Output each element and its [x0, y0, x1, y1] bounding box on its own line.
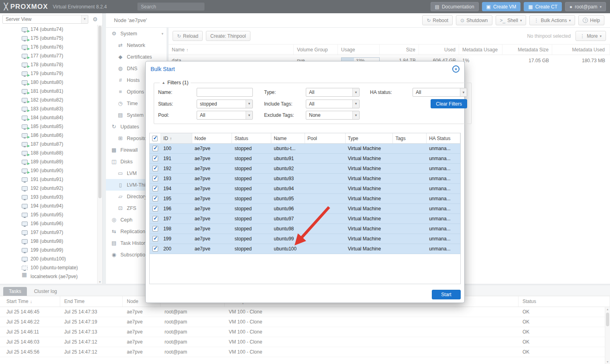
row-checkbox[interactable]: [152, 226, 158, 232]
column-header-name[interactable]: Name: [271, 133, 305, 143]
row-checkbox[interactable]: [152, 186, 158, 191]
chevron-down-icon: ▼: [460, 88, 467, 96]
exclude-tags-filter-label: Exclude Tags:: [264, 112, 306, 118]
column-header-id[interactable]: ID↑: [161, 133, 192, 143]
chevron-down-icon: ▼: [246, 111, 252, 119]
select-all-checkbox-cell[interactable]: [150, 133, 161, 143]
vm-row[interactable]: 193 ae7pve stopped ubuntu93 Virtual Mach…: [150, 174, 460, 184]
vm-row[interactable]: 100 ae7pve stopped ubuntu-t... Virtual M…: [150, 144, 460, 154]
chevron-down-icon: ▼: [352, 88, 359, 96]
ha-status-filter-label: HA status:: [370, 89, 413, 95]
vm-row[interactable]: 192 ae7pve stopped ubuntu92 Virtual Mach…: [150, 164, 460, 174]
type-filter-label: Type:: [264, 89, 306, 95]
row-checkbox[interactable]: [152, 246, 158, 252]
vm-row[interactable]: 194 ae7pve stopped ubuntu94 Virtual Mach…: [150, 184, 460, 194]
name-filter-label: Name:: [158, 89, 197, 95]
row-checkbox[interactable]: [152, 206, 158, 211]
close-icon[interactable]: ×: [452, 65, 460, 73]
chevron-down-icon: ▼: [246, 100, 252, 108]
ha-status-filter-select[interactable]: All▼: [413, 88, 467, 97]
pool-filter-label: Pool:: [158, 112, 197, 118]
start-button[interactable]: Start: [432, 290, 461, 299]
vm-selection-grid: ID↑ Node Status Name Pool Type Tags HA S…: [149, 133, 461, 284]
name-filter-input[interactable]: [197, 88, 253, 97]
filters-fieldset: ▲ Filters (1) Name: Type: All▼ HA status…: [154, 80, 472, 124]
vm-row[interactable]: 197 ae7pve stopped ubuntu97 Virtual Mach…: [150, 214, 460, 224]
type-filter-select[interactable]: All▼: [306, 88, 360, 97]
row-checkbox[interactable]: [152, 216, 158, 222]
vm-row[interactable]: 200 ae7pve stopped ubuntu100 Virtual Mac…: [150, 244, 460, 254]
row-checkbox[interactable]: [152, 146, 158, 151]
filters-legend[interactable]: ▲ Filters (1): [160, 80, 191, 85]
chevron-down-icon: ▼: [352, 100, 359, 108]
row-checkbox[interactable]: [152, 236, 158, 242]
column-header-node[interactable]: Node: [192, 133, 232, 143]
pool-filter-select[interactable]: All▼: [197, 111, 253, 120]
vm-row[interactable]: 191 ae7pve stopped ubuntu91 Virtual Mach…: [150, 154, 460, 164]
row-checkbox[interactable]: [152, 156, 158, 161]
chevron-down-icon: ▼: [352, 111, 359, 119]
vm-row[interactable]: 199 ae7pve stopped ubuntu99 Virtual Mach…: [150, 234, 460, 244]
vm-row[interactable]: 195 ae7pve stopped ubuntu95 Virtual Mach…: [150, 194, 460, 204]
grid-header: ID↑ Node Status Name Pool Type Tags HA S…: [150, 133, 460, 144]
column-header-pool[interactable]: Pool: [305, 133, 346, 143]
sort-asc-icon: ↑: [170, 136, 172, 141]
row-checkbox[interactable]: [152, 166, 158, 171]
collapse-icon[interactable]: ▲: [162, 81, 165, 85]
dialog-title: Bulk Start: [150, 66, 175, 72]
bulk-start-dialog: Bulk Start × ▲ Filters (1) Name: Type: A…: [145, 61, 465, 303]
column-header-type[interactable]: Type: [346, 133, 393, 143]
exclude-tags-filter-select[interactable]: None▼: [306, 111, 360, 120]
include-tags-filter-label: Include Tags:: [264, 101, 306, 107]
column-header-ha-status[interactable]: HA Status: [427, 133, 460, 143]
row-checkbox[interactable]: [152, 196, 158, 201]
column-header-status[interactable]: Status: [232, 133, 271, 143]
status-filter-select[interactable]: stopped▼: [197, 100, 253, 108]
column-header-tags[interactable]: Tags: [393, 133, 427, 143]
status-filter-label: Status:: [158, 101, 197, 107]
row-checkbox[interactable]: [152, 176, 158, 181]
grid-body: 100 ae7pve stopped ubuntu-t... Virtual M…: [150, 144, 460, 254]
include-tags-filter-select[interactable]: All▼: [306, 100, 360, 108]
select-all-checkbox[interactable]: [152, 136, 158, 141]
vm-row[interactable]: 198 ae7pve stopped ubuntu98 Virtual Mach…: [150, 224, 460, 234]
clear-filters-button[interactable]: Clear Filters: [431, 99, 467, 108]
vm-row[interactable]: 196 ae7pve stopped ubuntu96 Virtual Mach…: [150, 204, 460, 214]
